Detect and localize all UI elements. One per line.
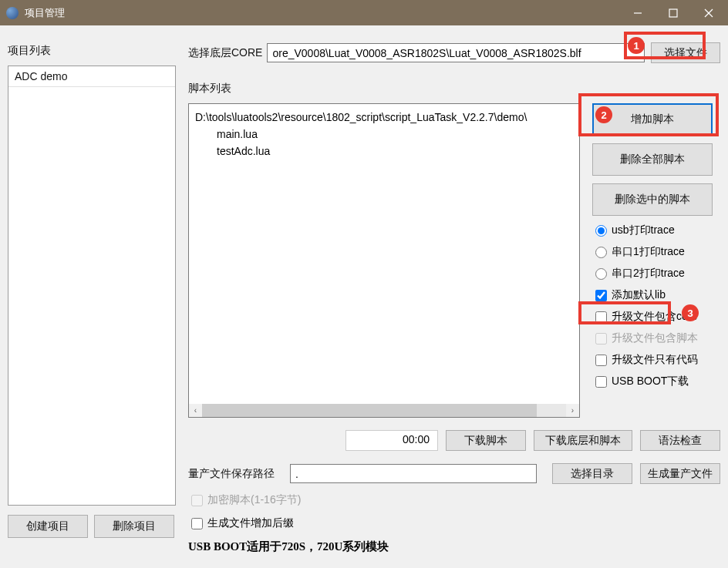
check-encrypt-script: 加密脚本(1-16字节) — [188, 493, 301, 507]
pick-directory-button[interactable]: 选择目录 — [552, 463, 632, 484]
create-project-button[interactable]: 创建项目 — [8, 515, 88, 538]
window-title: 项目管理 — [25, 6, 65, 20]
horizontal-scrollbar[interactable]: ‹ › — [189, 404, 579, 417]
script-listbox[interactable]: D:\tools\luatools2\resource\1802_script\… — [188, 103, 580, 418]
minimize-button[interactable] — [620, 2, 656, 25]
checkbox-input[interactable] — [595, 290, 607, 301]
radio-input[interactable] — [595, 247, 607, 258]
check-gen-file-suffix[interactable]: 生成文件增加后缀 — [188, 516, 294, 530]
mass-path-label: 量产文件保存路径 — [188, 467, 275, 481]
generate-mass-file-button[interactable]: 生成量产文件 — [640, 463, 720, 484]
radio-uart2-trace[interactable]: 串口2打印trace — [592, 267, 720, 281]
radio-input[interactable] — [595, 225, 607, 237]
checkbox-input[interactable] — [595, 376, 607, 388]
check-upgrade-script: 升级文件包含脚本 — [592, 331, 720, 345]
check-upgrade-core[interactable]: 升级文件包含core — [592, 310, 720, 324]
project-item[interactable]: ADC demo — [8, 66, 175, 87]
core-label: 选择底层CORE — [188, 46, 262, 60]
pick-file-button[interactable]: 选择文件 — [651, 42, 720, 63]
core-path-input[interactable] — [267, 43, 645, 62]
script-file[interactable]: main.lua — [195, 126, 573, 143]
radio-usb-trace[interactable]: usb打印trace — [592, 224, 720, 237]
check-upgrade-code-only[interactable]: 升级文件只有代码 — [592, 353, 720, 367]
checkbox-input[interactable] — [595, 311, 607, 323]
footer-note: USB BOOT适用于720S，720U系列模块 — [188, 539, 389, 554]
add-script-button[interactable]: 增加脚本 — [592, 103, 713, 136]
checkbox-input — [191, 495, 203, 506]
close-button[interactable] — [691, 2, 726, 25]
checkbox-input — [595, 333, 607, 344]
delete-project-button[interactable]: 删除项目 — [94, 515, 174, 538]
mass-path-input[interactable] — [290, 464, 537, 483]
checkbox-input[interactable] — [191, 518, 203, 529]
delete-all-scripts-button[interactable]: 删除全部脚本 — [592, 143, 713, 176]
check-usb-boot-download[interactable]: USB BOOT下载 — [592, 375, 720, 388]
download-core-and-script-button[interactable]: 下载底层和脚本 — [534, 430, 632, 451]
radio-uart1-trace[interactable]: 串口1打印trace — [592, 245, 720, 259]
maximize-button[interactable] — [656, 2, 691, 25]
scroll-left-icon[interactable]: ‹ — [189, 404, 202, 417]
radio-input[interactable] — [595, 268, 607, 280]
project-list-label: 项目列表 — [8, 44, 179, 58]
syntax-check-button[interactable]: 语法检查 — [640, 430, 720, 451]
check-add-default-lib[interactable]: 添加默认lib — [592, 288, 720, 302]
app-icon — [6, 7, 19, 19]
project-listbox[interactable]: ADC demo — [8, 66, 176, 506]
download-script-button[interactable]: 下载脚本 — [446, 430, 526, 451]
script-file[interactable]: testAdc.lua — [195, 143, 573, 160]
scroll-right-icon[interactable]: › — [566, 404, 579, 417]
title-bar: 项目管理 — [0, 0, 728, 25]
script-root-path[interactable]: D:\tools\luatools2\resource\1802_script\… — [195, 109, 573, 126]
script-list-label: 脚本列表 — [188, 82, 720, 96]
delete-selected-script-button[interactable]: 删除选中的脚本 — [592, 183, 713, 216]
svg-rect-1 — [669, 9, 677, 17]
checkbox-input[interactable] — [595, 355, 607, 366]
time-display: 00:00 — [345, 430, 438, 451]
